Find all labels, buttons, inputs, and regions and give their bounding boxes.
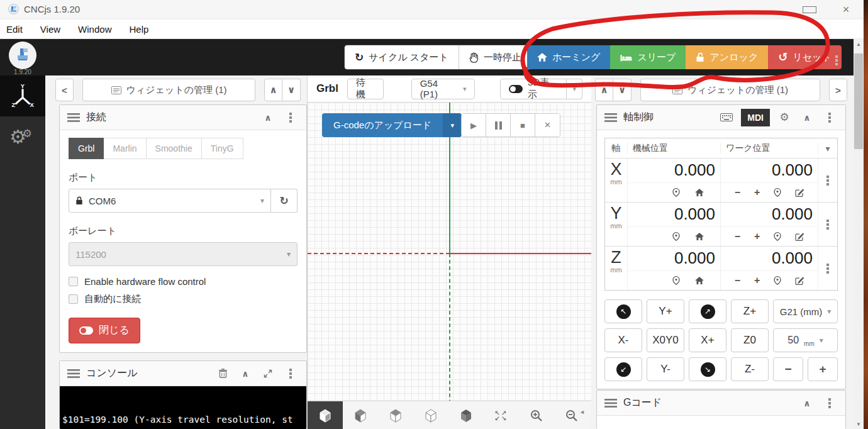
home-axis-button[interactable] bbox=[695, 233, 704, 240]
sidebar-item-workspace[interactable]: Y Z X bbox=[0, 75, 45, 116]
jog-xminus-yminus-button[interactable]: ↙ bbox=[604, 357, 642, 381]
close-connection-button[interactable]: 閉じる bbox=[69, 318, 140, 343]
axis-row-menu[interactable] bbox=[818, 247, 837, 290]
scroll-up-arrow[interactable]: ▲ bbox=[854, 39, 864, 49]
reset-button[interactable]: ↺ リセット bbox=[768, 45, 842, 69]
collapse-gcode-button[interactable]: ∧ bbox=[799, 398, 815, 408]
jog-plus-button[interactable]: + bbox=[754, 187, 760, 198]
close-button[interactable]: × bbox=[839, 3, 853, 16]
jog-minus-button[interactable]: − bbox=[735, 275, 740, 286]
scroll-down-arrow[interactable]: ▼ bbox=[854, 419, 864, 429]
jog-minus-button[interactable]: − bbox=[735, 187, 740, 198]
jog-plus-button[interactable]: + bbox=[754, 275, 760, 286]
maximize-button[interactable] bbox=[803, 4, 816, 15]
edit-work-position-button[interactable] bbox=[795, 233, 804, 241]
manage-widgets-button-left[interactable]: ウィジェットの管理 (1) bbox=[82, 79, 255, 101]
move-panel-down-button[interactable]: ∨ bbox=[613, 79, 632, 101]
jog-yminus-button[interactable]: Y- bbox=[647, 357, 684, 381]
cncjs-logo[interactable] bbox=[9, 42, 36, 69]
menu-help[interactable]: Help bbox=[129, 24, 148, 35]
move-panel-down-button[interactable]: ∨ bbox=[282, 79, 301, 101]
gcode-menu-button[interactable] bbox=[821, 402, 838, 404]
home-axis-button[interactable] bbox=[695, 189, 704, 196]
move-panel-up-button[interactable]: ∧ bbox=[264, 79, 282, 101]
collapse-console-button[interactable]: ∧ bbox=[237, 369, 253, 379]
jog-x0y0-button[interactable]: X0Y0 bbox=[647, 328, 684, 352]
wcs-dropdown[interactable]: G54 (P1) ▾ bbox=[411, 79, 476, 99]
sleep-button[interactable]: スリープ bbox=[610, 45, 686, 69]
goto-machine-zero-button[interactable] bbox=[672, 188, 680, 197]
tab-marlin[interactable]: Marlin bbox=[104, 138, 146, 159]
goto-machine-zero-button[interactable] bbox=[672, 232, 680, 241]
scrollbar-thumb[interactable] bbox=[854, 53, 863, 149]
close-gcode-button[interactable]: × bbox=[535, 114, 560, 136]
drag-handle-icon[interactable] bbox=[67, 113, 80, 122]
jog-minus-button[interactable]: − bbox=[735, 231, 740, 242]
tab-smoothie[interactable]: Smoothie bbox=[147, 138, 202, 159]
jog-xplus-yminus-button[interactable]: ↘ bbox=[689, 357, 726, 381]
jog-xminus-button[interactable]: X- bbox=[604, 328, 642, 352]
jog-zplus-button[interactable]: Z+ bbox=[731, 299, 769, 323]
view-3d-menu-button[interactable]: ▾ bbox=[567, 79, 582, 99]
upload-gcode-menu-button[interactable]: ▾ bbox=[443, 113, 462, 137]
machine-state-badge[interactable]: 待機 bbox=[347, 79, 384, 99]
step-decrease-button[interactable]: − bbox=[773, 357, 803, 381]
visualizer-canvas[interactable]: G-codeのアップロード ▾ ▶ ■ × bbox=[308, 103, 591, 429]
jog-z0-button[interactable]: Z0 bbox=[731, 328, 769, 352]
zoom-out-button[interactable] bbox=[554, 401, 589, 429]
collapse-right-panel-button[interactable]: > bbox=[829, 79, 847, 101]
axes-menu-button[interactable] bbox=[821, 116, 838, 119]
sidebar-item-settings[interactable]: ⚙⚙ bbox=[0, 116, 45, 157]
mdi-button[interactable]: MDI bbox=[741, 109, 770, 126]
keyboard-shortcuts-button[interactable] bbox=[718, 113, 735, 121]
zoom-in-button[interactable] bbox=[519, 401, 554, 429]
pause-button[interactable] bbox=[486, 114, 511, 136]
console-menu-button[interactable] bbox=[282, 372, 299, 375]
goto-work-zero-button[interactable] bbox=[774, 276, 781, 285]
jog-xplus-yplus-button[interactable]: ↗ bbox=[689, 299, 726, 323]
jog-zminus-button[interactable]: Z- bbox=[731, 357, 769, 381]
axis-row-menu[interactable] bbox=[818, 159, 837, 202]
home-axis-button[interactable] bbox=[695, 277, 704, 284]
console-output[interactable]: $101=199.100 (Y-axis travel resolution, … bbox=[60, 386, 306, 429]
menu-view[interactable]: View bbox=[40, 24, 60, 35]
goto-work-zero-button[interactable] bbox=[774, 232, 781, 241]
step-increase-button[interactable]: + bbox=[808, 357, 838, 381]
collapse-left-panel-button[interactable]: < bbox=[55, 79, 74, 101]
port-select[interactable]: COM6 ▾ bbox=[69, 189, 271, 213]
refresh-ports-button[interactable]: ↻ bbox=[271, 189, 298, 213]
drag-handle-icon[interactable] bbox=[604, 113, 617, 122]
collapse-connection-button[interactable]: ∧ bbox=[260, 113, 276, 123]
view-side-button[interactable] bbox=[378, 401, 413, 429]
connection-menu-button[interactable] bbox=[282, 116, 299, 119]
tab-grbl[interactable]: Grbl bbox=[69, 138, 104, 159]
jog-xplus-button[interactable]: X+ bbox=[689, 328, 726, 352]
view-front-button[interactable] bbox=[343, 401, 378, 429]
edit-work-position-button[interactable] bbox=[795, 189, 804, 197]
collapse-right-panel-handle[interactable]: ◄ bbox=[579, 409, 585, 415]
page-scrollbar[interactable]: ▲ ▼ bbox=[854, 39, 864, 429]
drag-handle-icon[interactable] bbox=[67, 369, 80, 378]
step-dropdown[interactable]: 50 mm ▾ bbox=[773, 328, 838, 352]
menu-edit[interactable]: Edit bbox=[6, 24, 23, 35]
upload-gcode-button[interactable]: G-codeのアップロード bbox=[322, 113, 443, 137]
header-menu-dots[interactable] bbox=[835, 53, 838, 64]
view-3d-toggle[interactable]: 3D表示 bbox=[500, 79, 567, 99]
feedhold-button[interactable]: 一時停止 bbox=[459, 45, 531, 69]
minimize-button[interactable]: – bbox=[766, 4, 780, 15]
view-top-button[interactable] bbox=[413, 401, 448, 429]
view-3d-cube-button[interactable] bbox=[448, 401, 484, 429]
cycle-start-button[interactable]: ↻ サイクル スタート bbox=[345, 45, 459, 69]
drag-handle-icon[interactable] bbox=[604, 399, 617, 408]
jog-plus-button[interactable]: + bbox=[754, 231, 760, 242]
menu-window[interactable]: Window bbox=[78, 24, 111, 35]
collapse-axes-button[interactable]: ∧ bbox=[799, 113, 815, 123]
goto-machine-zero-button[interactable] bbox=[672, 276, 680, 285]
jog-xminus-yplus-button[interactable]: ↖ bbox=[604, 299, 642, 323]
jog-yplus-button[interactable]: Y+ bbox=[647, 299, 684, 323]
move-panel-up-button[interactable]: ∧ bbox=[595, 79, 613, 101]
axes-settings-button[interactable]: ⚙ bbox=[776, 111, 793, 124]
flow-control-checkbox[interactable] bbox=[69, 277, 78, 286]
tab-tinyg[interactable]: TinyG bbox=[202, 138, 243, 159]
homing-button[interactable]: ホーミング bbox=[527, 45, 610, 69]
